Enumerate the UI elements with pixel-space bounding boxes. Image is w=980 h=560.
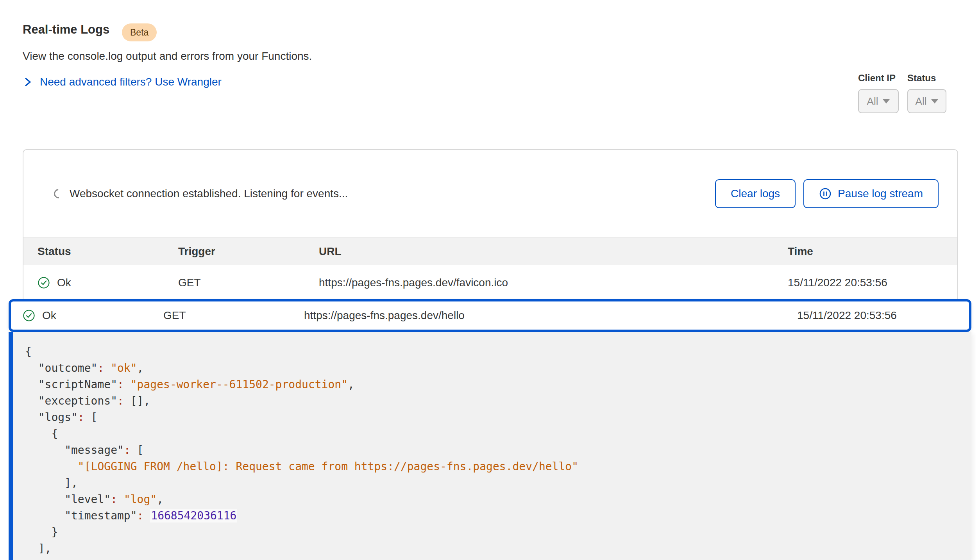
log-table-header: Status Trigger URL Time xyxy=(23,237,957,265)
json-log-output: { "outcome": "ok", "scriptName": "pages-… xyxy=(25,344,971,557)
websocket-status-text: Websocket connection established. Listen… xyxy=(70,187,348,200)
status-badge: Ok xyxy=(57,276,71,289)
json-code-line: "exceptions": [], xyxy=(25,393,971,409)
column-header-status: Status xyxy=(23,245,164,258)
time-cell: 15/11/2022 20:53:56 xyxy=(785,309,969,322)
column-header-url: URL xyxy=(305,245,774,258)
json-code-line: "logs": [ xyxy=(25,409,971,426)
logs-toolbar: Websocket connection established. Listen… xyxy=(23,150,957,237)
column-header-time: Time xyxy=(774,245,957,258)
json-code-line: "scriptName": "pages-worker--611502-prod… xyxy=(25,376,971,393)
client-ip-filter-value: All xyxy=(867,95,878,107)
loading-spinner-icon xyxy=(52,187,65,200)
url-cell: https://pages-fns.pages.dev/favicon.ico xyxy=(305,276,774,289)
advanced-filters-link-text[interactable]: Need advanced filters? Use Wrangler xyxy=(40,76,222,88)
check-circle-icon xyxy=(23,309,35,322)
json-code-line: ], xyxy=(25,540,971,557)
url-cell: https://pages-fns.pages.dev/hello xyxy=(292,309,785,322)
json-code-line: { xyxy=(25,344,971,360)
clear-logs-label: Clear logs xyxy=(731,187,780,200)
pause-log-stream-button[interactable]: Pause log stream xyxy=(803,179,939,208)
json-code-line: "[LOGGING FROM /hello]: Request came fro… xyxy=(25,458,971,475)
advanced-filters-link[interactable]: Need advanced filters? Use Wrangler xyxy=(23,76,222,88)
json-code-line: "timestamp": 1668542036116 xyxy=(25,508,971,524)
time-cell: 15/11/2022 20:53:56 xyxy=(774,276,957,289)
log-table-row-selected[interactable]: Ok GET https://pages-fns.pages.dev/hello… xyxy=(9,299,971,332)
json-code-line: "level": "log", xyxy=(25,491,971,508)
page-subtitle: View the console.log output and errors f… xyxy=(23,50,312,62)
json-code-line: "outcome": "ok", xyxy=(25,360,971,376)
chevron-down-icon xyxy=(931,99,938,103)
column-header-trigger: Trigger xyxy=(164,245,305,258)
trigger-cell: GET xyxy=(164,276,305,289)
chevron-right-icon xyxy=(23,76,33,88)
trigger-cell: GET xyxy=(152,309,292,322)
status-filter-label: Status xyxy=(907,73,936,84)
client-ip-filter-dropdown[interactable]: All xyxy=(858,89,899,113)
beta-badge: Beta xyxy=(122,23,157,41)
log-detail-panel: { "outcome": "ok", "scriptName": "pages-… xyxy=(9,332,971,560)
pause-icon xyxy=(819,187,832,200)
status-filter-value: All xyxy=(916,95,927,107)
json-code-line: "message": [ xyxy=(25,442,971,458)
client-ip-filter-label: Client IP xyxy=(858,73,896,84)
logs-card: Websocket connection established. Listen… xyxy=(23,149,958,301)
status-filter-dropdown[interactable]: All xyxy=(907,89,946,113)
status-badge: Ok xyxy=(42,309,56,322)
log-table-row[interactable]: Ok GET https://pages-fns.pages.dev/favic… xyxy=(23,265,957,301)
pause-log-stream-label: Pause log stream xyxy=(838,187,923,200)
json-code-line: { xyxy=(25,426,971,442)
json-code-line: } xyxy=(25,524,971,540)
page-title: Real-time Logs xyxy=(23,23,109,37)
json-code-line: ], xyxy=(25,475,971,491)
chevron-down-icon xyxy=(883,99,890,103)
clear-logs-button[interactable]: Clear logs xyxy=(715,179,796,208)
check-circle-icon xyxy=(38,276,50,289)
